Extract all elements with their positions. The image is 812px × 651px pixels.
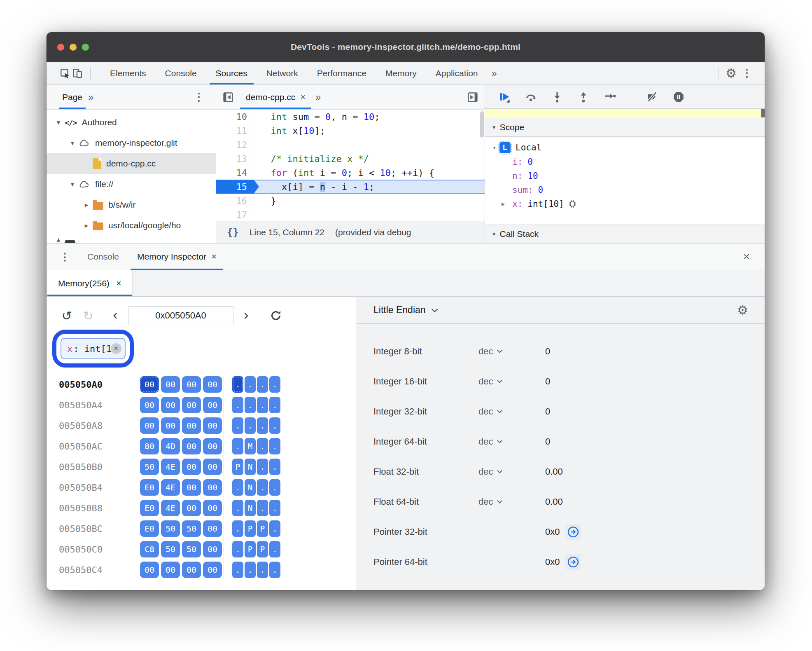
line-number[interactable]: 16 [216, 194, 254, 208]
line-number[interactable]: 11 [216, 124, 254, 138]
line-number[interactable]: 10 [216, 110, 254, 124]
ascii-cell[interactable]: . [257, 500, 268, 516]
tab-application[interactable]: Application [426, 62, 488, 84]
byte-cell[interactable]: 50 [182, 541, 201, 557]
ascii-cell[interactable]: . [232, 479, 243, 496]
format-select[interactable]: dec [478, 496, 536, 507]
byte-cell[interactable]: 00 [161, 376, 180, 393]
byte-cell[interactable]: 00 [182, 479, 201, 496]
format-select[interactable]: dec [478, 406, 536, 417]
tree-item-usr-local-google[interactable]: ▸usr/local/google/ho [47, 215, 216, 236]
drawer-tab-console[interactable]: Console [78, 244, 128, 270]
undo-icon[interactable]: ↺ [59, 309, 75, 323]
tab-memory-256[interactable]: Memory(256) × [47, 270, 133, 296]
code-line-11[interactable]: 11 int x[10]; [216, 124, 485, 138]
toggle-device-toolbar-icon[interactable] [71, 67, 84, 80]
byte-cell[interactable]: 00 [182, 459, 201, 475]
tab-demo-cpp-cc[interactable]: demo-cpp.cc × [240, 85, 311, 109]
ascii-cell[interactable]: P [245, 541, 256, 557]
byte-cell[interactable]: E0 [140, 500, 159, 516]
redo-icon[interactable]: ↻ [80, 309, 96, 323]
code-line-16[interactable]: 16 } [216, 194, 485, 208]
editor-more-tabs-icon[interactable]: » [311, 91, 325, 103]
tab-page[interactable]: Page [61, 85, 84, 109]
ascii-cell[interactable]: . [257, 479, 268, 496]
memory-tag-chip[interactable]: x : int[1 × [61, 338, 126, 359]
line-number[interactable]: 15 [216, 180, 254, 194]
close-tab-icon[interactable]: × [211, 251, 217, 262]
editor-scrollbar[interactable] [480, 111, 484, 138]
format-select[interactable]: dec [478, 346, 536, 357]
byte-cell[interactable]: 00 [203, 562, 222, 578]
main-menu-icon[interactable]: ⋮ [737, 67, 757, 80]
scope-var-i[interactable]: i:0 [485, 155, 765, 169]
byte-cell[interactable]: 00 [203, 397, 222, 413]
code-line-15[interactable]: 15 x[i] = n - i - 1; [216, 180, 485, 194]
call-stack-section-header[interactable]: ▾ Call Stack [485, 225, 765, 243]
ascii-cell[interactable]: . [232, 520, 243, 537]
line-number[interactable]: 17 [216, 208, 254, 221]
step-out-icon[interactable] [576, 90, 590, 104]
ascii-cell[interactable]: P [257, 541, 268, 557]
inspect-element-icon[interactable] [59, 67, 71, 80]
drawer-tab-memory-inspector[interactable]: Memory Inspector× [128, 244, 226, 270]
settings-gear-icon[interactable]: ⚙ [726, 67, 737, 80]
tree-item-authored[interactable]: ▾</>Authored [47, 112, 216, 133]
ascii-cell[interactable]: . [245, 417, 256, 434]
byte-cell[interactable]: 00 [182, 438, 201, 454]
memory-chip-icon[interactable] [567, 199, 577, 209]
byte-cell[interactable]: 00 [140, 562, 159, 578]
ascii-cell[interactable]: . [269, 376, 280, 393]
format-select[interactable]: dec [478, 466, 536, 477]
byte-cell[interactable]: E0 [140, 479, 159, 496]
ascii-cell[interactable]: . [232, 376, 243, 393]
code-line-12[interactable]: 12 [216, 138, 485, 152]
byte-cell[interactable]: 00 [140, 397, 159, 413]
byte-cell[interactable]: 00 [203, 417, 222, 434]
ascii-cell[interactable]: . [257, 397, 268, 413]
byte-cell[interactable]: 00 [182, 417, 201, 434]
ascii-cell[interactable]: P [232, 459, 243, 475]
ascii-cell[interactable]: P [257, 520, 268, 537]
line-number[interactable]: 14 [216, 166, 254, 180]
collapse-navigator-icon[interactable] [222, 91, 234, 103]
ascii-cell[interactable]: . [245, 562, 256, 578]
byte-cell[interactable]: 00 [203, 500, 222, 516]
byte-cell[interactable]: 4E [161, 459, 180, 475]
title-bar[interactable]: DevTools - memory-inspector.glitch.me/de… [47, 32, 765, 62]
byte-cell[interactable]: 4E [161, 500, 180, 516]
scope-var-x[interactable]: ▸x:int[10] [485, 197, 765, 211]
ascii-cell[interactable]: . [232, 397, 243, 413]
code-line-10[interactable]: 10 int sum = 0, n = 10; [216, 110, 485, 124]
format-select[interactable]: dec [478, 436, 536, 447]
byte-cell[interactable]: 80 [140, 438, 159, 454]
scope-local-row[interactable]: ▾ L Local [485, 140, 765, 155]
endianness-select[interactable]: Little Endian [373, 304, 426, 316]
tab-performance[interactable]: Performance [308, 62, 376, 84]
pretty-print-icon[interactable]: {} [227, 227, 239, 238]
byte-cell[interactable]: 00 [140, 417, 159, 434]
byte-cell[interactable]: 00 [203, 376, 222, 393]
tab-console[interactable]: Console [156, 62, 206, 84]
pause-on-exceptions-icon[interactable] [672, 90, 686, 104]
tab-sources[interactable]: Sources [206, 62, 257, 84]
tree-item-file-protocol[interactable]: ▾file:// [47, 174, 216, 194]
ascii-cell[interactable]: . [232, 417, 243, 434]
ascii-cell[interactable]: . [269, 541, 280, 557]
previous-page-icon[interactable]: ‹ [108, 307, 122, 325]
byte-cell[interactable]: 00 [161, 417, 180, 434]
byte-cell[interactable]: 50 [140, 459, 159, 475]
tab-network[interactable]: Network [257, 62, 308, 84]
byte-cell[interactable]: 50 [161, 541, 180, 557]
ascii-cell[interactable]: M [245, 438, 256, 454]
step-over-icon[interactable] [524, 90, 538, 104]
byte-cell[interactable]: 00 [182, 500, 201, 516]
line-number[interactable]: 13 [216, 152, 254, 166]
ascii-cell[interactable]: . [232, 541, 243, 557]
ascii-cell[interactable]: N [245, 500, 256, 516]
close-window-button[interactable] [57, 44, 64, 51]
code-line-14[interactable]: 14 for (int i = 0; i < 10; ++i) { [216, 166, 485, 180]
expand-debugger-icon[interactable] [467, 91, 479, 103]
byte-cell[interactable]: 00 [161, 562, 180, 578]
navigator-menu-icon[interactable]: ⋮ [189, 91, 209, 103]
